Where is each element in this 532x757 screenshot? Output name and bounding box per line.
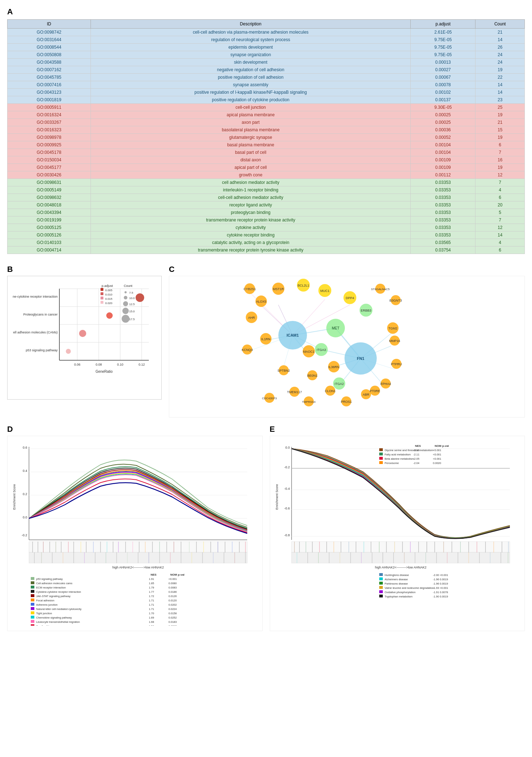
col-padj: p.adjust [411,20,475,29]
cell-count: 19 [475,164,525,171]
svg-rect-30 [101,297,103,299]
svg-text:-0.2: -0.2 [21,533,27,537]
svg-text:NOM p-val: NOM p-val [170,573,185,576]
cell-count: 25 [475,104,525,111]
table-row: GO:0005911 cell-cell junction 9.30E-05 2… [8,104,525,111]
cell-count: 24 [475,51,525,59]
svg-rect-142 [29,542,247,552]
cell-count: 14 [475,81,525,89]
svg-text:0.0083: 0.0083 [169,586,177,589]
cell-padj: 0.00052 [411,134,475,141]
svg-text:-2.11: -2.11 [413,453,419,456]
table-row: GO:0016324 apical plasma membrane 0.0002… [8,111,525,119]
svg-text:Beta alanine metabolism: Beta alanine metabolism [385,457,414,460]
svg-text:1.68: 1.68 [149,620,154,624]
cell-desc: basal plasma membrane [91,141,410,149]
cell-desc: apical plasma membrane [91,111,410,119]
svg-text:12.5: 12.5 [129,303,135,306]
cell-padj: 0.00067 [411,74,475,81]
svg-text:<0.001: <0.001 [433,449,441,452]
panel-b-label: B [7,265,162,274]
svg-rect-337 [379,573,383,576]
cell-padj: 0.03353 [411,209,475,216]
cell-id: GO:0045785 [8,74,91,81]
svg-text:-1.96  0.0019: -1.96 0.0019 [433,578,448,581]
svg-text:PTPRU: PTPRU [391,362,402,366]
cell-padj: 0.00137 [411,96,475,104]
cell-padj: 0.03353 [411,186,475,194]
svg-text:0.010: 0.010 [105,293,113,296]
cell-count: 21 [475,119,525,126]
cell-desc: glutamatergic synapse [91,134,410,141]
de-row: D 0.6 0.4 0.2 0.0 -0.2 Enrichment Sc [7,425,525,631]
network-container: ICAM1 FN1 MET ERBB3 DPP4 [169,276,525,417]
cell-desc: regulation of neurological system proces… [91,36,410,44]
go-enrichment-table: ID Description p.adjust Count GO:0098742… [7,19,525,254]
svg-text:B3GNT3: B3GNT3 [389,299,402,302]
svg-text:Enrichment Score: Enrichment Score [275,484,279,510]
svg-point-39 [123,301,128,306]
panel-d-label: D [7,425,263,434]
cell-padj: 0.03353 [411,224,475,231]
svg-text:Adherens junction: Adherens junction [36,603,58,606]
table-row: GO:0045177 apical part of cell 0.00109 1… [8,164,525,171]
svg-text:Tight junction: Tight junction [36,612,52,615]
svg-text:-1.93  <0.001: -1.93 <0.001 [433,586,448,590]
svg-text:-2.00  <0.001: -2.00 <0.001 [433,573,448,577]
cell-id: GO:0140103 [8,239,91,246]
svg-rect-229 [31,607,34,610]
svg-text:<0.001: <0.001 [169,577,177,581]
cell-count: 16 [475,156,525,164]
svg-text:ECM receptor interaction: ECM receptor interaction [36,586,66,589]
svg-point-21 [136,293,144,302]
table-row: GO:0043123 positive regulation of I-kapp… [8,89,525,96]
cell-padj: 0.00013 [411,59,475,66]
cell-id: GO:0008544 [8,44,91,51]
svg-text:IL1RN: IL1RN [261,337,270,341]
cell-padj: 2.61E-05 [411,29,475,36]
cell-padj: 0.03353 [411,201,475,209]
cell-count: 4 [475,186,525,194]
cell-id: GO:0005911 [8,104,91,111]
svg-text:0.2: 0.2 [23,492,27,496]
cell-id: GO:0033267 [8,119,91,126]
table-row: GO:0140103 catalytic activity, acting on… [8,239,525,246]
svg-text:Enrichment Score: Enrichment Score [13,484,16,510]
cell-count: 19 [475,66,525,74]
svg-rect-325 [379,453,383,455]
cell-count: 26 [475,44,525,51]
network-svg: ICAM1 FN1 MET ERBB3 DPP4 [171,278,404,414]
panel-e: E 0.0 -0.2 -0.4 -0.6 -0.8 Enrichment [270,425,525,631]
svg-rect-267 [292,552,510,563]
svg-text:Natural killer cell mediated c: Natural killer cell mediated cytotoxicit… [36,607,82,611]
cell-id: GO:0045177 [8,164,91,171]
svg-text:-1.91  0.0078: -1.91 0.0078 [433,591,448,594]
svg-text:ITGA3: ITGA3 [317,348,326,352]
svg-text:p53 signaling pathway: p53 signaling pathway [36,577,63,581]
cell-desc: distal axon [91,156,410,164]
svg-point-23 [79,330,86,337]
cell-desc: apical part of cell [91,164,410,171]
cell-desc: synapse organization [91,51,410,59]
cell-desc: positive regulation of I-kappaB kinase/N… [91,89,410,96]
cell-count: 19 [475,111,525,119]
svg-text:10.0: 10.0 [129,297,135,300]
cell-id: GO:0098632 [8,194,91,201]
svg-text:TMEM117: TMEM117 [287,390,302,394]
svg-rect-346 [379,586,383,589]
svg-point-43 [122,315,130,323]
cell-id: GO:0098742 [8,29,91,36]
svg-text:0.0080: 0.0080 [169,582,177,585]
svg-text:Tryptophan metabolism: Tryptophan metabolism [385,595,413,598]
svg-text:<0.001: <0.001 [433,457,441,460]
table-row: GO:0007416 synapse assembly 0.00078 14 [8,81,525,89]
table-row: GO:0005126 cytokine receptor binding 0.0… [8,231,525,239]
svg-text:Proteoglycans in cancer: Proteoglycans in cancer [23,313,58,316]
cell-count: 7 [475,216,525,224]
cell-padj: 0.00112 [411,171,475,179]
table-row: GO:0050808 synapse organization 9.75E-05… [8,51,525,59]
svg-text:0.0: 0.0 [23,516,27,519]
svg-text:Cell adhesion molecules (CAMs): Cell adhesion molecules (CAMs) [13,331,58,334]
svg-rect-241 [31,620,34,623]
svg-text:SPTBN2: SPTBN2 [277,369,290,372]
